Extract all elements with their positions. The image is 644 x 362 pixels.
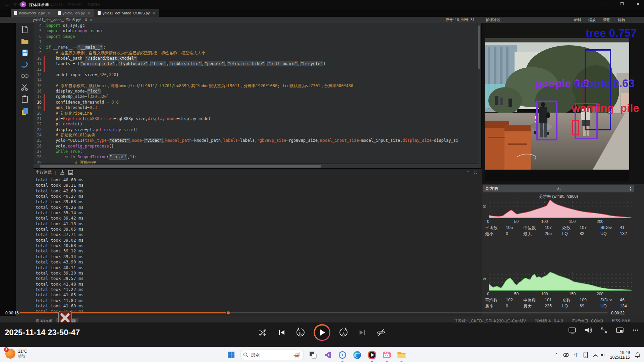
code-token: 0.3 — [90, 105, 97, 110]
seek-bar[interactable] — [19, 312, 608, 313]
forward-30-button[interactable]: 30 — [338, 327, 349, 338]
play-button[interactable] — [314, 324, 330, 341]
connect-icon[interactable] — [21, 61, 29, 69]
link-icon[interactable] — [21, 73, 29, 79]
canmv-ide-icon[interactable] — [337, 349, 348, 361]
code-token — [46, 160, 75, 164]
mini-player-icon[interactable] — [616, 327, 624, 334]
tick-label: 150 — [569, 219, 576, 224]
line-number: 6 — [34, 34, 44, 39]
terminal-line: total took 40.68 ms — [36, 243, 482, 248]
clear-terminal-icon[interactable] — [59, 170, 65, 175]
fullscreen-icon[interactable] — [600, 327, 608, 334]
open-folder-icon[interactable] — [21, 38, 29, 45]
ime-indicator[interactable]: 中 — [574, 352, 579, 358]
code-token — [46, 51, 56, 55]
cut-icon[interactable] — [21, 83, 29, 91]
code-token: yolo. — [46, 144, 68, 148]
search-input[interactable]: 搜索 — [240, 350, 304, 360]
file-explorer-icon[interactable] — [396, 349, 407, 361]
shuffle-off-icon[interactable] — [257, 327, 269, 338]
maximize-panel-icon[interactable]: ⛶ — [474, 170, 477, 175]
terminal-output[interactable]: total took 40.60 mstotal took 39.11 msto… — [34, 176, 482, 315]
editor-file-selector[interactable]: yolo11_det_video_LfDruS.py* ⇅ ✕ — [33, 18, 93, 22]
start-button[interactable] — [225, 349, 237, 361]
restore-button[interactable]: ❐ — [620, 2, 624, 6]
framebuffer-button[interactable]: 旋转 — [618, 17, 625, 22]
code-token: display_mode — [148, 116, 177, 121]
tab-close-icon[interactable]: ✕ — [152, 11, 155, 15]
visual-studio-icon[interactable] — [322, 349, 333, 361]
seek-thumb[interactable] — [226, 311, 230, 315]
serial-terminal-panel: 串行终端 | ⌃ ⛶ total took 40.60 mstotal took… — [34, 169, 482, 316]
search-placeholder: 搜索 — [251, 352, 290, 358]
editor-vertical-scrollbar[interactable] — [478, 23, 481, 164]
code-token: "video" — [144, 138, 163, 143]
stat-value: 107 — [580, 225, 600, 231]
tab-close-icon[interactable]: ✕ — [88, 11, 91, 15]
minimize-button[interactable]: ─ — [604, 2, 607, 6]
stat-label: StDev — [600, 298, 620, 303]
hidden-eye-icon[interactable] — [563, 352, 570, 358]
tray-chevron-icon[interactable]: ⌃ — [554, 352, 558, 357]
edge-browser-icon[interactable] — [352, 349, 363, 361]
framebuffer-button[interactable]: 禁用 — [603, 17, 610, 22]
dropdown-arrows-icon[interactable]: ▲▼ — [629, 186, 632, 191]
code-text: import image — [45, 34, 75, 39]
editor-horizontal-scrollbar[interactable] — [34, 164, 481, 168]
task-view-button[interactable] — [307, 349, 319, 361]
close-icon[interactable]: ✕ — [90, 18, 93, 22]
code-editor[interactable]: 4import os,sys,gc5import ulab.numpy as n… — [34, 23, 478, 164]
line-number: 9 — [34, 50, 44, 56]
code-token: ulab. — [60, 28, 75, 33]
save-log-icon[interactable] — [68, 170, 73, 175]
network-volume-icons[interactable] — [593, 352, 605, 358]
code-text: import ulab.numpy as np — [45, 28, 102, 34]
back-button[interactable]: ← — [5, 1, 10, 7]
notification-bell-icon[interactable] — [635, 352, 641, 358]
bilibili-icon[interactable] — [381, 349, 392, 361]
new-file-icon[interactable] — [21, 25, 29, 34]
code-token: np — [95, 28, 102, 33]
split-icon[interactable]: ⇅ — [84, 18, 87, 22]
editor-tab[interactable]: yolov5_diy.py✕ — [54, 9, 94, 17]
repeat-off-icon[interactable] — [375, 327, 387, 338]
editor-tab[interactable]: yolo11_det_video_LfDruS.py✕ — [94, 9, 159, 17]
line-number: 23 — [34, 127, 44, 132]
code-token: pl. — [46, 122, 63, 126]
save-icon[interactable] — [21, 49, 29, 56]
code-text — [45, 67, 46, 72]
histogram-header[interactable]: 直方图 无 ▲▼ — [483, 185, 634, 192]
total-time: 0:00:32 — [611, 311, 625, 315]
code-text: pl=PipeLine(rgb888p_size=rgb888p_size,di… — [45, 116, 211, 121]
framebuffer-button[interactable]: 缩放 — [588, 17, 596, 22]
code-token: , — [107, 72, 109, 77]
next-track-button[interactable] — [357, 327, 368, 338]
editor-tab[interactable]: helloworld_2.py✕ — [11, 9, 54, 17]
code-text: # 添加显示模式，默认hdmi，可选hdmi/lcd/lt9611/st7701… — [45, 83, 353, 88]
collapse-panel-icon[interactable]: ⌃ — [466, 170, 470, 175]
rewind-10-button[interactable]: 10 — [295, 327, 306, 338]
paste-icon[interactable] — [21, 95, 28, 103]
framebuffer-button[interactable]: 录制 — [574, 17, 581, 22]
previous-track-button[interactable] — [276, 327, 287, 338]
tick-label: 50 — [514, 219, 519, 224]
weather-condition: 晴朗 — [18, 354, 27, 359]
close-button[interactable]: ✕ — [636, 2, 640, 6]
media-player-taskbar-icon[interactable] — [366, 349, 378, 361]
volume-icon[interactable] — [584, 327, 592, 334]
code-text — [45, 39, 46, 45]
weather-widget[interactable]: 5 21°C 晴朗 — [5, 349, 27, 359]
file-icon — [58, 11, 61, 15]
code-token: "electric_bike" — [227, 61, 265, 66]
phone-link-icon[interactable] — [583, 352, 588, 358]
copy-icon[interactable] — [21, 108, 29, 116]
clock[interactable]: 19:49 2025/11/15 — [610, 350, 630, 360]
histogram-mode-select[interactable]: 无 — [483, 186, 634, 192]
cast-icon[interactable] — [568, 327, 576, 334]
code-line: 8if __name__=="__main__": — [34, 45, 478, 50]
tab-close-icon[interactable]: ✕ — [47, 11, 50, 15]
code-token: yolo= — [46, 138, 68, 143]
more-options-icon[interactable] — [632, 327, 639, 334]
line-number: 20 — [34, 111, 44, 116]
